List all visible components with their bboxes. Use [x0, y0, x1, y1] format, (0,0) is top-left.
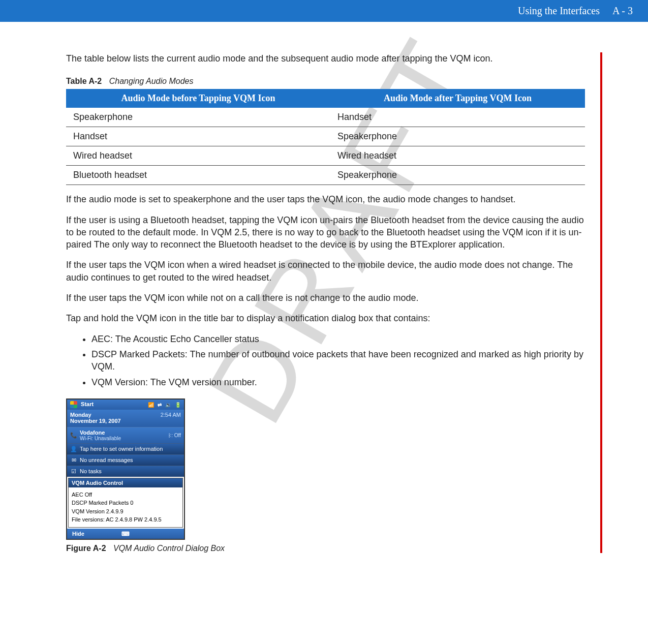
table-title: Changing Audio Modes: [109, 77, 194, 85]
dialog-line: VQM Version 2.4.9.9: [72, 507, 179, 516]
vqm-dialog: VQM Audio Control AEC Off DSCP Marked Pa…: [68, 478, 183, 528]
list-item: DSCP Marked Packets: The number of outbo…: [91, 348, 585, 373]
battery-icon: 🔋: [175, 402, 181, 408]
messages-text: No unread messages: [80, 457, 133, 463]
col-header-after: Audio Mode after Tapping VQM Icon: [330, 89, 585, 108]
device-owner-row[interactable]: 👤 Tap here to set owner information: [67, 443, 184, 454]
cell-before: Wired headset: [66, 146, 330, 166]
signal-icon: 📶: [148, 402, 154, 408]
device-tasks-row[interactable]: ☑ No tasks: [67, 466, 184, 477]
tasks-text: No tasks: [80, 468, 102, 474]
dialog-line: DSCP Marked Packets 0: [72, 499, 179, 507]
device-start-bar[interactable]: Start 📶 ⇄ 🔉 🔋: [67, 400, 184, 410]
softkey-hide[interactable]: Hide: [72, 531, 84, 537]
carrier-name: Vodafone: [80, 430, 168, 436]
table-caption: Table A-2 Changing Audio Modes: [66, 77, 585, 86]
header-section: Using the Interfaces: [518, 5, 600, 16]
cell-after: Handset: [330, 108, 585, 127]
bullet-list: AEC: The Acoustic Echo Canceller status …: [66, 333, 585, 388]
table-label: Table A-2: [66, 77, 102, 85]
audio-modes-table: Audio Mode before Tapping VQM Icon Audio…: [66, 89, 585, 185]
paragraph: If the user taps the VQM icon while not …: [66, 292, 585, 304]
figure-title: VQM Audio Control Dialog Box: [113, 544, 225, 553]
wifi-status: Wi-Fi: Unavailable: [80, 436, 168, 441]
list-item: AEC: The Acoustic Echo Canceller status: [91, 333, 585, 345]
device-messages-row[interactable]: ✉ No unread messages: [67, 454, 184, 466]
page-header: Using the Interfaces A - 3: [0, 0, 648, 22]
figure-caption: Figure A-2 VQM Audio Control Dialog Box: [66, 544, 585, 553]
device-carrier-row[interactable]: 📞 Vodafone Wi-Fi: Unavailable ᛒ : Off: [67, 427, 184, 443]
tasks-icon: ☑: [70, 468, 77, 475]
paragraph: Tap and hold the VQM icon in the title b…: [66, 312, 585, 324]
table-row: Handset Speakerphone: [66, 127, 585, 146]
device-time: 2:54 AM: [161, 412, 181, 418]
device-date-row[interactable]: 2:54 AM Monday November 19, 2007: [67, 410, 184, 427]
table-row: Bluetooth headset Speakerphone: [66, 166, 585, 185]
windows-start-icon: [70, 401, 77, 408]
bt-status: : Off: [171, 433, 181, 438]
dialog-line: File versions: AC 2.4.9.8 PW 2.4.9.5: [72, 515, 179, 524]
status-icons: 📶 ⇄ 🔉 🔋: [146, 402, 181, 408]
list-item: VQM Version: The VQM version number.: [91, 376, 585, 388]
table-row: Speakerphone Handset: [66, 108, 585, 127]
cell-after: Speakerphone: [330, 166, 585, 185]
content: DRAFT The table below lists the current …: [66, 52, 602, 553]
col-header-before: Audio Mode before Tapping VQM Icon: [66, 89, 330, 108]
device-date: November 19, 2007: [70, 418, 181, 424]
person-icon: 👤: [70, 446, 77, 452]
mail-icon: ✉: [70, 457, 77, 464]
paragraph: If the user is using a Bluetooth headset…: [66, 214, 585, 251]
device-screenshot: Start 📶 ⇄ 🔉 🔋 2:54 AM Monday November 19…: [66, 398, 185, 540]
cell-before: Handset: [66, 127, 330, 146]
cell-before: Speakerphone: [66, 108, 330, 127]
paragraph: If the user taps the VQM icon when a wir…: [66, 259, 585, 284]
cell-after: Wired headset: [330, 146, 585, 166]
owner-text: Tap here to set owner information: [80, 446, 163, 452]
phone-icon: 📞: [70, 432, 77, 439]
dialog-line: AEC Off: [72, 490, 179, 499]
figure-label: Figure A-2: [66, 544, 106, 553]
cell-before: Bluetooth headset: [66, 166, 330, 185]
volume-icon: 🔉: [165, 402, 171, 408]
cell-after: Speakerphone: [330, 127, 585, 146]
paragraph: If the audio mode is set to speakerphone…: [66, 193, 585, 205]
network-icon: ⇄: [158, 402, 162, 408]
header-page-number: A - 3: [612, 5, 633, 16]
start-label: Start: [81, 401, 94, 407]
dialog-title: VQM Audio Control: [69, 478, 182, 487]
intro-paragraph: The table below lists the current audio …: [66, 52, 585, 65]
keyboard-icon[interactable]: ⌨: [121, 531, 130, 537]
table-row: Wired headset Wired headset: [66, 146, 585, 166]
device-softkey-bar: Hide ⌨: [67, 529, 184, 539]
